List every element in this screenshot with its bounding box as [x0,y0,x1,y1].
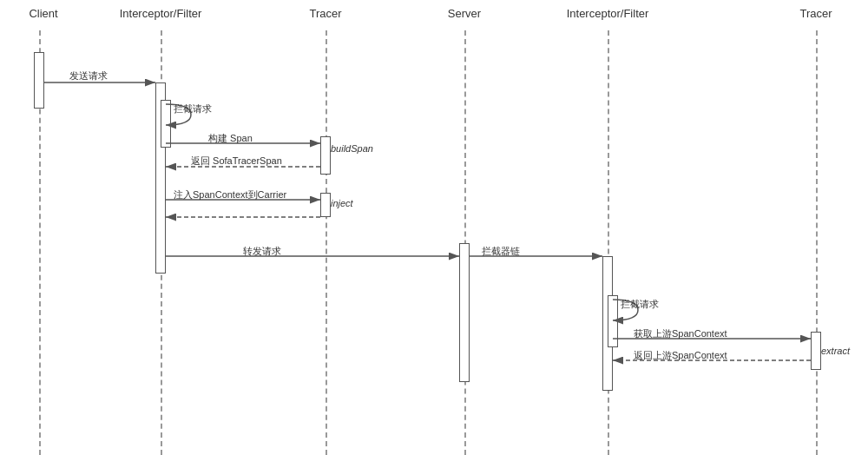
activation-interceptor-2-inner [608,295,618,347]
label-inject-context: 注入SpanContext到Carrier [174,188,286,201]
lifeline-interceptor-2 [608,30,609,455]
activation-tracer-1-build [320,136,331,175]
participant-tracer-1: Tracer [304,7,347,20]
label-build-span: 构建 Span [208,132,253,145]
activation-client [34,52,44,109]
participant-tracer-2: Tracer [794,7,838,20]
activation-tracer-1-inject [320,193,331,217]
label-forward-request: 转发请求 [243,245,281,258]
label-get-upstream-context: 获取上游SpanContext [634,327,727,340]
activation-interceptor-1-inner [161,100,171,148]
lifeline-tracer-2 [816,30,818,455]
label-inject: inject [331,198,353,208]
sequence-diagram: Client Interceptor/Filter Tracer Server … [0,0,868,455]
label-intercept-chain: 拦截器链 [482,245,520,258]
label-intercept-request-2: 拦截请求 [621,298,659,311]
label-send-request: 发送请求 [69,69,108,82]
label-return-span: 返回 SofaTracerSpan [191,155,282,168]
label-buildspan: buildSpan [331,143,373,154]
label-return-upstream-context: 返回上游SpanContext [634,349,727,362]
arrows-svg [0,0,868,455]
activation-tracer-2 [811,332,821,370]
participant-client: Client [17,7,69,20]
participant-server: Server [443,7,486,20]
participant-interceptor-2: Interceptor/Filter [560,7,655,20]
label-intercept-request-1: 拦截请求 [174,102,212,115]
activation-server [459,243,470,382]
participant-interceptor-1: Interceptor/Filter [113,7,208,20]
label-extract: extract [821,346,850,356]
lifeline-tracer-1 [326,30,327,455]
